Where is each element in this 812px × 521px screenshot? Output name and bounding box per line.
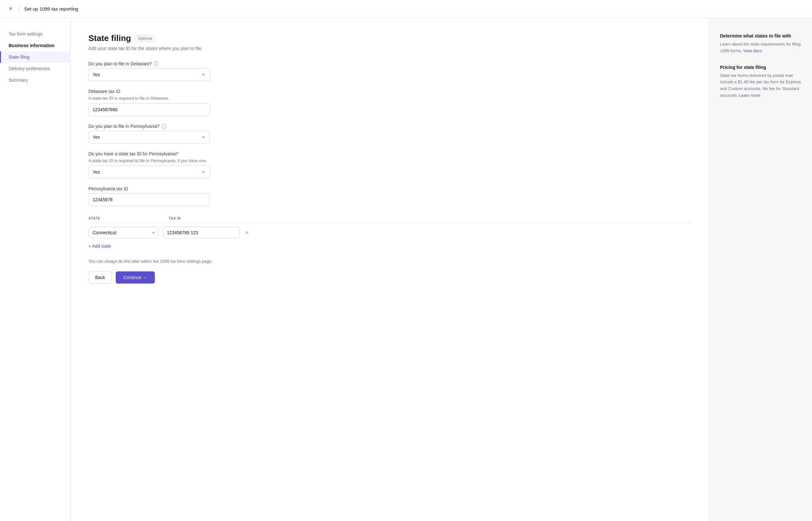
pa-taxid-section: Pennsylvania tax ID [88,186,692,206]
right-panel: Determine what states to file with Learn… [709,18,812,521]
delaware-plan-select[interactable]: Yes No [88,68,210,81]
panel-section-pricing: Pricing for state filing State tax forms… [720,65,802,99]
delaware-taxid-label: Delaware tax ID [88,89,692,94]
footer-actions: Back Continue → [88,271,692,284]
state-taxid-input[interactable] [163,227,240,239]
optional-badge: Optional [135,35,155,42]
close-button[interactable]: × [8,4,14,14]
learn-more-link[interactable]: Learn more [739,93,760,98]
sidebar-item-summary[interactable]: Summary [0,74,70,86]
sidebar-item-delivery-preferences[interactable]: Delivery preferences [0,63,70,74]
header: × Set up 1099 tax reporting [0,0,812,18]
pennsylvania-plan-label: Do you plan to file in Pennsylvania? i [88,124,692,129]
delaware-taxid-sublabel: A state tax ID is required to file in De… [88,96,692,100]
sidebar-item-business-information[interactable]: Business information [0,40,70,51]
state-row-select[interactable]: Connecticut Alabama Alaska Arizona Calif… [88,227,159,239]
col-state-label: STATE [88,216,168,220]
sidebar: Tax form settings Business information S… [0,18,70,521]
remove-row-button[interactable]: ✕ [244,228,250,237]
delaware-taxid-input[interactable] [88,103,210,116]
pa-state-tax-label: Do you have a state tax ID for Pennsylva… [88,151,692,156]
panel-section-determine: Determine what states to file with Learn… [720,33,802,54]
table-row: Connecticut Alabama Alaska Arizona Calif… [88,227,692,239]
continue-button[interactable]: Continue → [116,271,155,284]
panel-title-determine: Determine what states to file with [720,33,802,39]
panel-text-determine: Learn about the state requirements for f… [720,41,802,54]
layout: Tax form settings Business information S… [0,18,812,521]
pa-state-tax-sublabel: A state tax ID is required to file in Pe… [88,158,692,163]
pa-state-taxid-select[interactable]: Yes No [88,166,210,179]
pennsylvania-info-icon[interactable]: i [161,124,167,129]
add-state-button[interactable]: + Add state [88,244,111,249]
col-taxid-label: TAX ID [168,216,692,220]
main-content: State filing Optional Add your state tax… [70,18,709,521]
pa-state-taxid-section: Do you have a state tax ID for Pennsylva… [88,151,692,179]
panel-title-pricing: Pricing for state filing [720,65,802,70]
delaware-taxid-section: Delaware tax ID A state tax ID is requir… [88,89,692,116]
sidebar-item-state-filing[interactable]: State filing [0,51,70,63]
page-subtitle: Add your state tax ID for the states whe… [88,46,692,51]
pa-taxid-input[interactable] [88,193,210,206]
state-table-header: STATE TAX ID [88,214,692,223]
view-docs-link[interactable]: View docs [743,48,762,53]
pennsylvania-plan-section: Do you plan to file in Pennsylvania? i Y… [88,124,692,143]
header-title: Set up 1099 tax reporting [24,6,78,12]
back-button[interactable]: Back [88,271,112,284]
pennsylvania-plan-select[interactable]: Yes No [88,131,210,143]
page-title: State filing [88,33,131,43]
delaware-plan-section: Do you plan to file in Delaware? i Yes N… [88,61,692,81]
panel-text-pricing: State tax forms delivered by postal mail… [720,72,802,99]
delaware-plan-label: Do you plan to file in Delaware? i [88,61,692,66]
sidebar-item-tax-form-settings[interactable]: Tax form settings [0,28,70,40]
footer-note: You can always do this later within the … [88,259,692,264]
page-header: State filing Optional [88,33,692,43]
pa-taxid-label: Pennsylvania tax ID [88,186,692,191]
header-divider [19,6,19,12]
delaware-info-icon[interactable]: i [154,61,159,66]
